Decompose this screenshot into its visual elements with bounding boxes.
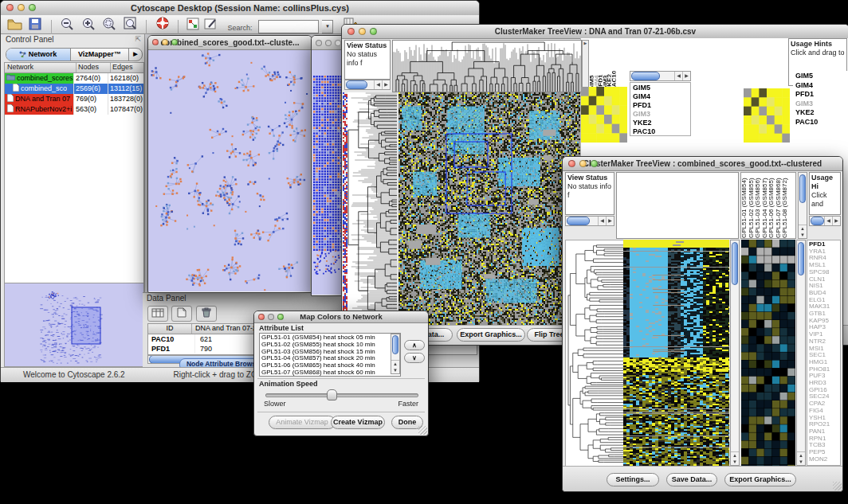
hscroll-thumb[interactable] [567, 217, 590, 225]
minimize-icon[interactable] [579, 160, 587, 167]
move-attribute-up-button[interactable]: ∧ [404, 340, 425, 350]
network-row[interactable]: combined_sco2569(6)13112(15) [5, 84, 143, 94]
tab-overflow-icon[interactable]: ▶ [129, 49, 142, 61]
gene-list-item[interactable]: PFD1 [795, 90, 845, 100]
zoom-selected-icon[interactable] [100, 17, 118, 33]
export-graphics-button[interactable]: Export Graphics... [457, 328, 525, 342]
scroll-left-icon[interactable]: ◀ [598, 217, 606, 225]
resize-grip[interactable] [833, 482, 842, 490]
gene-list-item[interactable]: PFD1 [633, 101, 688, 110]
zoom-window-icon[interactable] [277, 314, 284, 320]
select-attributes-icon[interactable] [147, 306, 168, 322]
network-row[interactable]: combined_scores2764(0)16218(0) [5, 73, 143, 84]
scroll-right-icon[interactable]: ▶ [606, 217, 614, 225]
vizmapper-icon[interactable] [186, 18, 200, 33]
main-title-bar[interactable]: Cytoscape Desktop (Session Name: collins… [1, 1, 479, 16]
treeview2-column-dendrogram-area[interactable] [616, 172, 739, 239]
treeview1-column-dendrogram[interactable] [392, 40, 582, 92]
scroll-down-icon[interactable]: ▼ [799, 232, 807, 238]
treeview1-row-dendrogram[interactable] [347, 92, 397, 326]
open-session-icon[interactable] [6, 18, 23, 33]
animation-speed-slider[interactable] [265, 393, 418, 397]
vscroll-thumb[interactable] [392, 335, 398, 354]
scroll-right-icon[interactable]: ▶ [682, 72, 690, 80]
scroll-down-icon[interactable]: ▼ [797, 459, 805, 465]
treeview1-status-scrollbar[interactable]: ◀▶ [344, 80, 391, 90]
float-panel-icon[interactable]: ⇱ [135, 35, 141, 43]
treeview2-genelist-scrollbar[interactable]: ▲▼ [796, 240, 806, 466]
tab-vizmapper[interactable]: VizMapper™ [71, 49, 129, 61]
minimize-icon[interactable] [359, 28, 366, 35]
scroll-left-icon[interactable]: ◀ [824, 217, 832, 225]
annotation-icon[interactable] [203, 18, 219, 33]
treeview2-status-scrollbar[interactable]: ◀▶ [565, 216, 614, 226]
network-row[interactable]: DNA and Tran 07769(0)183728(0) [5, 94, 143, 104]
settings-button[interactable]: Settings... [607, 473, 659, 486]
column-label[interactable]: GPL51-04 (GSM857) [762, 174, 769, 238]
hscroll-thumb[interactable] [811, 217, 824, 225]
attr-col-id[interactable]: ID [148, 324, 192, 334]
zoom-window-icon[interactable] [335, 40, 341, 46]
column-label[interactable]: PAC10 [611, 41, 616, 91]
col-nodes[interactable]: Nodes [77, 63, 111, 72]
zoom-in-icon[interactable] [80, 17, 97, 33]
scroll-up-icon[interactable]: ▲ [731, 452, 739, 459]
gene-list-item[interactable]: YKE2 [795, 108, 845, 118]
gene-list-item[interactable]: PAC10 [795, 118, 845, 127]
treeview2-row-dendrogram[interactable] [565, 240, 624, 467]
hscroll-thumb[interactable] [346, 80, 367, 89]
minimize-icon[interactable] [325, 40, 332, 46]
close-icon[interactable] [152, 39, 159, 45]
treeview1-genelist-scrollbar[interactable]: ◀▶ [630, 71, 691, 81]
treeview2-cluster-zoom-heatmap[interactable] [741, 240, 795, 466]
slider-thumb[interactable] [327, 389, 337, 400]
move-attribute-down-button[interactable]: ∨ [404, 353, 425, 363]
grid-network-canvas[interactable] [312, 50, 342, 295]
network-row[interactable]: RNAPuberNov2+i563(0)107847(0) [5, 104, 143, 115]
network-view-canvas[interactable] [148, 50, 310, 291]
treeview1-cluster-zoom-heatmap-2[interactable] [744, 88, 790, 143]
vscroll-thumb[interactable] [799, 174, 806, 203]
tab-network[interactable]: Network [6, 49, 71, 61]
help-lifering-icon[interactable] [154, 17, 171, 33]
close-icon[interactable] [568, 160, 575, 167]
column-label[interactable]: GIM5 [589, 41, 594, 91]
gene-list-item[interactable]: YKE2 [633, 119, 688, 127]
minimize-icon[interactable] [162, 39, 168, 45]
treeview1-cluster-zoom-heatmap[interactable] [581, 87, 627, 143]
save-data-button[interactable]: Save Data... [666, 473, 717, 486]
network-name-cell[interactable]: RNAPuberNov2+i [5, 104, 74, 115]
gene-list-item[interactable]: GIM4 [633, 92, 688, 101]
new-attribute-icon[interactable] [171, 306, 192, 322]
export-graphics-button[interactable]: Export Graphics... [724, 473, 796, 486]
save-session-icon[interactable] [26, 18, 44, 33]
column-label[interactable]: GPL51-07 (GSM868) [775, 174, 783, 238]
network-name-cell[interactable]: combined_sco [5, 84, 74, 94]
scroll-right-icon[interactable]: ▶ [382, 80, 390, 89]
attribute-list-scrollbar[interactable]: ▲▼ [391, 334, 400, 374]
zoom-fit-icon[interactable] [122, 17, 139, 33]
scroll-down-icon[interactable]: ▼ [391, 367, 399, 373]
vscroll-thumb[interactable] [732, 242, 738, 285]
zoom-window-icon[interactable] [171, 39, 178, 45]
column-label[interactable]: GPL51-02 (GSM855) [748, 174, 756, 238]
column-label[interactable]: GPL51-03 (GSM856) [755, 174, 762, 238]
gene-list-item[interactable]: GIM4 [795, 81, 845, 91]
zoom-window-icon[interactable] [29, 4, 36, 11]
column-label[interactable]: GPL51-08 (GSM872) [782, 174, 789, 238]
scroll-up-icon[interactable]: ▲ [799, 225, 807, 232]
vscroll-thumb[interactable] [798, 242, 804, 275]
search-dropdown-icon[interactable]: ▼ [322, 20, 333, 33]
gene-list-item[interactable]: PAC10 [633, 127, 688, 136]
zoom-out-icon[interactable] [58, 17, 76, 33]
scroll-left-icon[interactable]: ◀ [374, 80, 382, 89]
search-input[interactable] [258, 20, 319, 33]
treeview1-title-bar[interactable]: ClusterMaker TreeView : DNA and Tran 07-… [342, 25, 848, 39]
hscroll-thumb[interactable] [631, 72, 660, 80]
close-icon[interactable] [316, 40, 322, 46]
scroll-left-icon[interactable]: ◀ [674, 72, 682, 80]
gene-list-item[interactable]: GIM5 [795, 72, 845, 81]
gene-list-item[interactable]: GIM5 [633, 84, 688, 92]
attribute-list-item[interactable]: GPL51-07 (GSM868) heat shock 60 min [261, 369, 398, 377]
column-label[interactable]: GPL51-01 (GSM854) [741, 174, 748, 238]
